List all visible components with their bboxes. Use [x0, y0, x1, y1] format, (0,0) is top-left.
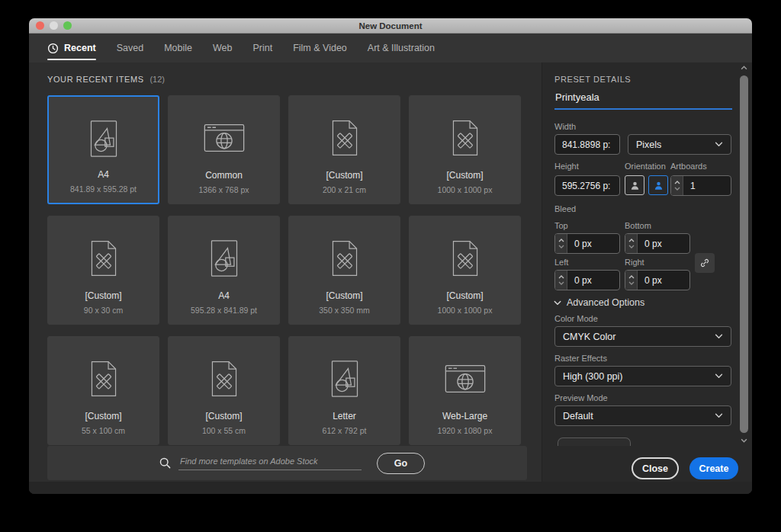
- custom-document-icon: [48, 351, 159, 407]
- raster-effects-dropdown[interactable]: High (300 ppi): [554, 366, 731, 386]
- chevron-down-icon: [715, 413, 723, 418]
- preset-card[interactable]: [Custom]1000 x 1000 px: [409, 95, 521, 204]
- preset-card[interactable]: [Custom]350 x 350 mm: [288, 216, 400, 325]
- preset-card-name: [Custom]: [446, 290, 483, 301]
- panel-scrollbar[interactable]: [739, 66, 749, 443]
- height-field[interactable]: 595.2756 p:: [554, 175, 620, 196]
- bleed-left-value[interactable]: 0 px: [567, 271, 619, 290]
- art-document-icon: [289, 351, 400, 407]
- create-button[interactable]: Create: [689, 457, 738, 479]
- tab-label: Film & Video: [293, 43, 347, 53]
- bleed-left-stepper-arrows[interactable]: [555, 271, 567, 290]
- recent-items-count: (12): [149, 75, 165, 84]
- preset-card[interactable]: [Custom]90 x 30 cm: [47, 216, 159, 325]
- units-value: Pixels: [636, 139, 661, 150]
- web-document-icon: [169, 110, 279, 166]
- window-title: New Document: [358, 21, 422, 30]
- custom-document-icon: [410, 230, 520, 287]
- bleed-label: Bleed: [554, 204, 576, 213]
- bleed-right-stepper-arrows[interactable]: [625, 271, 638, 290]
- units-dropdown[interactable]: Pixels: [628, 134, 731, 155]
- window-footer: [29, 482, 752, 494]
- artboards-stepper-arrows[interactable]: [671, 176, 683, 195]
- bleed-left-field[interactable]: 0 px: [554, 270, 620, 290]
- preset-card[interactable]: Letter612 x 792 pt: [288, 336, 400, 445]
- advanced-options-toggle[interactable]: Advanced Options: [554, 297, 644, 308]
- width-label: Width: [554, 122, 576, 131]
- preset-card-name: [Custom]: [326, 170, 362, 181]
- preset-card[interactable]: A4595.28 x 841.89 pt: [168, 216, 280, 325]
- raster-effects-label: Raster Effects: [554, 354, 607, 363]
- scrollbar-thumb[interactable]: [740, 75, 748, 433]
- tab-label: Print: [252, 43, 272, 53]
- minimize-window-button[interactable]: [50, 21, 58, 30]
- document-name-input[interactable]: Printyeala: [555, 91, 599, 103]
- bleed-top-field[interactable]: 0 px: [554, 233, 620, 254]
- scroll-up-icon[interactable]: [739, 66, 749, 70]
- dialog-body: YOUR RECENT ITEMS (12) A4841.89 x 595.28…: [29, 62, 752, 482]
- preview-mode-value: Default: [563, 411, 593, 421]
- preview-mode-dropdown[interactable]: Default: [554, 405, 731, 426]
- orientation-landscape-button[interactable]: [648, 175, 668, 195]
- tab-saved[interactable]: Saved: [117, 34, 143, 62]
- scroll-down-icon[interactable]: [739, 438, 749, 443]
- close-window-button[interactable]: [36, 21, 44, 30]
- custom-document-icon: [289, 230, 400, 287]
- bleed-right-value[interactable]: 0 px: [638, 271, 689, 290]
- width-field[interactable]: 841.8898 p:: [554, 134, 620, 155]
- tab-film-video[interactable]: Film & Video: [293, 34, 347, 62]
- preset-card-name: [Custom]: [446, 170, 483, 181]
- preset-details-heading: PRESET DETAILS: [554, 75, 631, 84]
- recent-grid: A4841.89 x 595.28 ptCommon1366 x 768 px[…: [47, 95, 521, 445]
- advanced-options-label: Advanced Options: [567, 297, 644, 308]
- close-button[interactable]: Close: [632, 457, 679, 479]
- recent-items-heading-text: YOUR RECENT ITEMS: [47, 75, 144, 84]
- bleed-top-value[interactable]: 0 px: [567, 234, 619, 253]
- artboards-value[interactable]: 1: [683, 176, 731, 195]
- preset-card-dimensions: 350 x 350 mm: [319, 306, 370, 315]
- orientation-portrait-button[interactable]: [625, 175, 644, 195]
- bleed-bottom-value[interactable]: 0 px: [638, 234, 689, 253]
- title-bar: New Document: [29, 18, 752, 34]
- preset-card-dimensions: 1366 x 768 px: [199, 185, 249, 194]
- preset-card[interactable]: [Custom]55 x 100 cm: [47, 336, 159, 445]
- tab-mobile[interactable]: Mobile: [164, 34, 192, 62]
- zoom-window-button[interactable]: [63, 21, 72, 30]
- preset-card-dimensions: 1000 x 1000 px: [438, 185, 493, 194]
- preset-card-name: [Custom]: [85, 290, 121, 301]
- tab-label: Saved: [117, 43, 143, 53]
- go-button[interactable]: Go: [377, 453, 425, 474]
- templates-area: YOUR RECENT ITEMS (12) A4841.89 x 595.28…: [29, 62, 542, 482]
- art-document-icon: [49, 111, 158, 167]
- preset-card-dimensions: 1920 x 1080 px: [438, 426, 493, 435]
- portrait-icon: [629, 180, 641, 191]
- bleed-bottom-stepper-arrows[interactable]: [625, 234, 638, 253]
- bleed-right-field[interactable]: 0 px: [625, 270, 690, 290]
- color-mode-dropdown[interactable]: CMYK Color: [554, 326, 731, 347]
- tab-label: Recent: [64, 43, 96, 53]
- preset-card[interactable]: Common1366 x 768 px: [168, 95, 280, 204]
- preset-card[interactable]: A4841.89 x 595.28 pt: [47, 95, 159, 204]
- preset-card-dimensions: 1000 x 1000 px: [438, 306, 493, 315]
- chevron-down-icon: [715, 334, 723, 339]
- bleed-bottom-field[interactable]: 0 px: [625, 233, 690, 254]
- preset-card[interactable]: [Custom]200 x 21 cm: [288, 95, 400, 204]
- artboards-stepper[interactable]: 1: [670, 175, 731, 196]
- preset-card[interactable]: [Custom]100 x 55 cm: [168, 336, 280, 445]
- search-icon: [159, 457, 172, 470]
- custom-document-icon: [289, 110, 400, 166]
- preset-card[interactable]: Web-Large1920 x 1080 px: [409, 336, 521, 445]
- tab-art-illustration[interactable]: Art & Illustration: [368, 34, 435, 62]
- tab-print[interactable]: Print: [252, 34, 272, 62]
- custom-document-icon: [410, 110, 520, 166]
- bleed-link-button[interactable]: [695, 253, 715, 273]
- color-mode-value: CMYK Color: [563, 332, 615, 342]
- custom-document-icon: [48, 230, 159, 287]
- landscape-icon: [653, 180, 664, 191]
- tab-web[interactable]: Web: [213, 34, 232, 62]
- preset-card-dimensions: 90 x 30 cm: [84, 306, 123, 315]
- stock-search-input[interactable]: [178, 457, 362, 470]
- bleed-top-stepper-arrows[interactable]: [555, 234, 567, 253]
- tab-recent[interactable]: Recent: [47, 34, 96, 62]
- preset-card[interactable]: [Custom]1000 x 1000 px: [409, 216, 521, 325]
